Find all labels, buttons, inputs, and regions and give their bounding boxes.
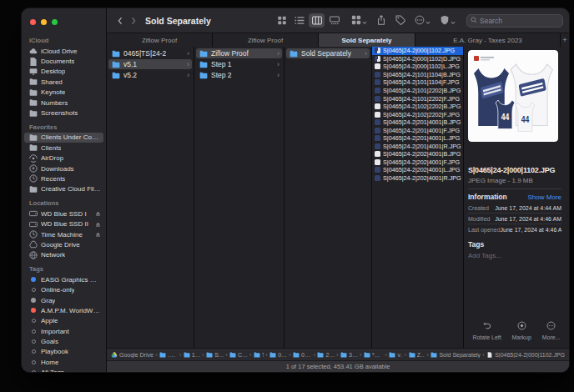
- folder-row-0465-ts-24-2[interactable]: 0465|TS|24-2›: [108, 48, 192, 58]
- rotate-left-button[interactable]: Rotate Left: [472, 319, 501, 341]
- tab-ziflow-proof[interactable]: Ziflow Proof: [107, 33, 213, 47]
- path-item-signat[interactable]: Signat: [206, 352, 224, 358]
- file-row[interactable]: S|0465|24-2|102|2202|F.JPG: [372, 110, 463, 118]
- forward-button[interactable]: [128, 13, 138, 28]
- path-item-sold-separately[interactable]: Sold Separately: [430, 352, 480, 358]
- eject-icon[interactable]: [95, 232, 101, 237]
- eject-icon[interactable]: [95, 211, 101, 216]
- column-view-button[interactable]: [309, 13, 325, 28]
- sidebar-item-desktop[interactable]: Desktop: [24, 67, 103, 77]
- group-button[interactable]: [351, 13, 367, 28]
- path-item-0465-t[interactable]: 0465(T: [293, 352, 311, 358]
- folder-row-sold-separately[interactable]: Sold Separately›: [286, 48, 370, 58]
- folder-row-label: v5.2: [123, 71, 137, 79]
- extension-button[interactable]: [440, 13, 456, 28]
- path-item-v5-1[interactable]: v5.1: [389, 352, 402, 358]
- sidebar-item-apple[interactable]: Apple: [24, 316, 103, 326]
- tab-ziflow-proof[interactable]: Ziflow Proof: [213, 33, 319, 47]
- file-row[interactable]: S|0465|24-2|202|4001|B.JPG: [372, 150, 463, 158]
- share-button[interactable]: [376, 13, 386, 28]
- tab-e-a-gray-taxes-2023[interactable]: E.A. Gray - Taxes 2023: [415, 33, 561, 47]
- file-row[interactable]: S|0465|24-2|201|4001|B.JPG: [372, 118, 463, 127]
- file-row[interactable]: S|0465|24-2|101|1104|F.JPG: [372, 78, 463, 87]
- sidebar-item-clients-under-contract[interactable]: Clients Under Contract: [24, 133, 103, 143]
- back-button[interactable]: [115, 13, 125, 28]
- sidebar-item-a-m-p-m-worldwide[interactable]: A.M.P.M. WorldWide: [24, 305, 103, 315]
- path-item-google-drive[interactable]: Google Drive: [111, 352, 154, 358]
- path-item-ziflow[interactable]: Ziflow: [409, 352, 425, 358]
- path-item-1m4fc[interactable]: 1m4fc: [184, 352, 200, 358]
- minimize-window-button[interactable]: [41, 19, 47, 25]
- tab-sold-separately[interactable]: Sold Separately: [319, 33, 415, 47]
- sidebar-item-gray[interactable]: Gray: [24, 295, 103, 305]
- path-item-ecom[interactable]: *ECOM: [364, 352, 383, 358]
- sidebar-item-label: Important: [41, 328, 69, 335]
- sidebar-item-goals[interactable]: Goals: [24, 336, 103, 346]
- sidebar-item-icloud-drive[interactable]: iCloud Drive: [24, 46, 103, 56]
- add-tags-field[interactable]: Add Tags...: [468, 252, 561, 259]
- path-item-0465[interactable]: 0465 -: [269, 352, 287, 358]
- path-item-27307[interactable]: 27307: [317, 352, 334, 358]
- sidebar-item-keynote[interactable]: Keynote: [24, 88, 103, 98]
- file-row[interactable]: S|0465|24-2|101|1104|B.JPG: [372, 71, 463, 79]
- close-window-button[interactable]: [30, 19, 36, 25]
- markup-button[interactable]: Markup: [512, 319, 531, 341]
- file-row[interactable]: S|0465|24-2|000|1102|D.JPG: [372, 55, 463, 63]
- sidebar-item-screenshots[interactable]: Screenshots: [24, 108, 103, 118]
- sidebar-item-wd-blue-ssd-i[interactable]: WD Blue SSD I: [24, 209, 103, 219]
- file-row[interactable]: S|0465|24-2|201|4001|F.JPG: [372, 126, 463, 134]
- file-row[interactable]: S|0465|24-2|202|4001|F.JPG: [372, 158, 463, 167]
- sidebar-item-time-machine[interactable]: Time Machine: [24, 229, 103, 239]
- sidebar-item-important[interactable]: Important: [24, 326, 103, 336]
- file-row[interactable]: S|0465|24-2|202|4001|L.JPG: [372, 166, 463, 174]
- icon-view-button[interactable]: [274, 13, 290, 28]
- sidebar-item-wd-blue-ssd-ii[interactable]: WD Blue SSD II: [24, 219, 103, 229]
- file-row[interactable]: S|0465|24-2|101|2202|B.JPG: [372, 87, 463, 95]
- sidebar-item-playbook[interactable]: Playbook: [24, 347, 103, 357]
- file-row[interactable]: S|0465|24-2|201|4001|L.JPG: [372, 134, 463, 143]
- sidebar-item-home[interactable]: Home: [24, 357, 103, 367]
- tag-button[interactable]: [395, 13, 405, 28]
- folder-row-ziflow-proof[interactable]: Ziflow Proof›: [196, 48, 282, 58]
- file-row[interactable]: S|0465|24-2|201|4001|R.JPG: [372, 143, 463, 151]
- sidebar-item-google-drive[interactable]: Google Drive: [24, 239, 103, 249]
- file-row[interactable]: S|0465|24-2|101|2202|F.JPG: [372, 94, 463, 103]
- sidebar-item-airdrop[interactable]: AirDrop: [24, 153, 103, 163]
- path-item-label: Ziflow: [417, 352, 425, 358]
- sidebar-item-shared[interactable]: Shared: [24, 77, 103, 87]
- sidebar-item-easg-graphics-web-design[interactable]: EASG Graphics & Web Design: [24, 274, 103, 284]
- sidebar-item-all-tags[interactable]: All Tags...: [24, 368, 103, 372]
- new-tab-button[interactable]: +: [561, 33, 569, 47]
- sidebar: iCloudiCloud DriveDocumentsDesktopShared…: [22, 8, 107, 372]
- sidebar-item-network[interactable]: Network: [24, 250, 103, 260]
- gallery-view-button[interactable]: [326, 13, 342, 28]
- path-item-s-0465-24-2-000-1102-jpg[interactable]: S|0465|24-2|000|1102.JPG: [486, 352, 565, 358]
- sidebar-item-downloads[interactable]: Downloads: [24, 163, 103, 173]
- show-more-link[interactable]: Show More: [528, 193, 561, 201]
- sidebar-item-creative-cloud-files[interactable]: Creative Cloud Files: [24, 184, 103, 194]
- zoom-window-button[interactable]: [52, 19, 58, 25]
- path-item-shortc[interactable]: .shortc: [159, 352, 177, 358]
- preview-image[interactable]: 44 44: [468, 50, 558, 142]
- sidebar-item-online-only[interactable]: Online-only: [24, 284, 103, 294]
- path-item-3-unli[interactable]: 3. Unli: [340, 352, 357, 358]
- sidebar-item-documents[interactable]: Documents: [24, 56, 103, 66]
- sidebar-item-clients[interactable]: Clients: [24, 143, 103, 153]
- file-row[interactable]: S|0465|24-2|102|2202|B.JPG: [372, 103, 463, 111]
- sidebar-item-numbers[interactable]: Numbers: [24, 98, 103, 108]
- path-item-t[interactable]: T: [254, 352, 264, 358]
- file-row[interactable]: S|0465|24-2|000|1102.JPG: [372, 47, 463, 55]
- folder-row-step-1[interactable]: Step 1›: [196, 59, 282, 69]
- folder-row-v5-1[interactable]: v5.1›: [108, 59, 192, 69]
- sidebar-item-recents[interactable]: Recents: [24, 173, 103, 183]
- folder-row-v5-2[interactable]: v5.2›: [108, 70, 192, 80]
- actions-button[interactable]: [415, 13, 430, 28]
- file-row[interactable]: S|0465|24-2|202|4001|R.JPG: [372, 174, 463, 183]
- list-view-button[interactable]: [291, 13, 307, 28]
- search-field[interactable]: Search: [466, 14, 563, 28]
- eject-icon[interactable]: [95, 222, 101, 227]
- path-item-clients[interactable]: Clients: [229, 352, 248, 358]
- folder-row-step-2[interactable]: Step 2›: [196, 70, 282, 80]
- file-row[interactable]: S|0465|24-2|000|1102|L.JPG: [372, 63, 463, 71]
- more-button[interactable]: More...: [542, 319, 561, 341]
